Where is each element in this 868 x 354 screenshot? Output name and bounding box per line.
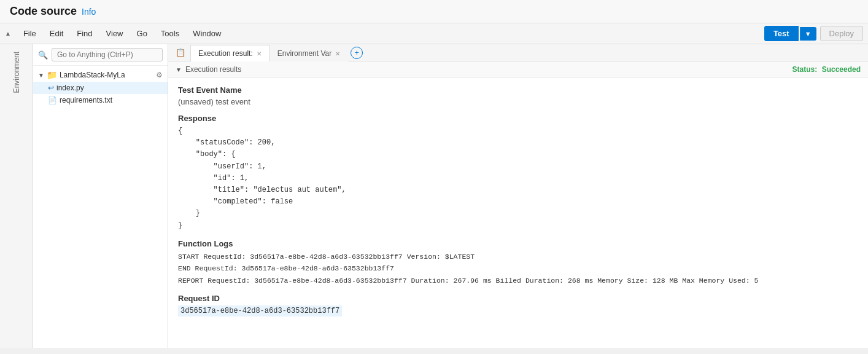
- menubar: ▲ File Edit Find View Go Tools Window Te…: [0, 23, 868, 44]
- exec-header: ▼ Execution results Status: Succeeded: [168, 61, 868, 78]
- file-explorer: 🔍 ▼ 📁 LambdaStack-MyLa ⚙ ↩ index.py 📄 re…: [33, 44, 168, 348]
- tab-env-close[interactable]: ✕: [335, 50, 340, 57]
- test-dropdown-arrow[interactable]: ▼: [800, 27, 816, 41]
- execution-panel: ▼ Execution results Status: Succeeded Te…: [168, 61, 868, 348]
- log-line-2: END RequestId: 3d56517a-e8be-42d8-a6d3-6…: [178, 262, 858, 275]
- search-input[interactable]: [52, 48, 163, 61]
- caret-icon: ▼: [38, 72, 44, 79]
- sidebar: Environment: [0, 44, 33, 348]
- info-link[interactable]: Info: [82, 7, 96, 17]
- menu-window[interactable]: Window: [187, 26, 227, 41]
- tabs-bar: 📋 Execution result: ✕ Environment Var ✕ …: [168, 44, 868, 61]
- exec-status: Status: Succeeded: [792, 65, 861, 74]
- file-item-requirements[interactable]: 📄 requirements.txt: [33, 94, 168, 106]
- menu-tools[interactable]: Tools: [155, 26, 185, 41]
- folder-icon: 📁: [47, 70, 57, 80]
- menu-find[interactable]: Find: [71, 26, 98, 41]
- search-icon: 🔍: [38, 50, 48, 60]
- environment-label[interactable]: Environment: [12, 44, 21, 100]
- tab-env-label: Environment Var: [277, 49, 331, 58]
- txt-file-icon: 📄: [48, 96, 57, 104]
- function-logs-block: START RequestId: 3d56517a-e8be-42d8-a6d3…: [178, 251, 858, 287]
- file-item-index[interactable]: ↩ index.py: [33, 82, 168, 94]
- function-logs-label: Function Logs: [178, 239, 858, 248]
- file-name-requirements: requirements.txt: [60, 96, 112, 104]
- request-id-value: 3d56517a-e8be-42d8-a6d3-63532bb13ff7: [178, 305, 342, 317]
- test-button[interactable]: Test: [764, 26, 799, 41]
- request-id-label: Request ID: [178, 294, 858, 303]
- search-bar: 🔍: [33, 44, 168, 66]
- menu-go[interactable]: Go: [131, 26, 153, 41]
- menu-view[interactable]: View: [100, 26, 130, 41]
- test-event-label: Test Event Name: [178, 85, 858, 95]
- content-area: 📋 Execution result: ✕ Environment Var ✕ …: [168, 44, 868, 348]
- status-value: Succeeded: [822, 65, 861, 74]
- exec-section-title: Execution results: [185, 65, 241, 74]
- test-event-value: (unsaved) test event: [178, 97, 858, 106]
- menu-edit[interactable]: Edit: [44, 26, 69, 41]
- response-code-block: { "statusCode": 200, "body": { "userId":…: [178, 125, 858, 232]
- log-line-1: START RequestId: 3d56517a-e8be-42d8-a6d3…: [178, 251, 858, 263]
- tab-environment-var[interactable]: Environment Var ✕: [269, 45, 348, 61]
- page-header: Code source Info: [0, 0, 868, 23]
- tab-add-button[interactable]: +: [351, 47, 363, 59]
- tab-execution-close[interactable]: ✕: [257, 50, 262, 57]
- response-label: Response: [178, 114, 858, 123]
- tab-execution-label: Execution result:: [198, 49, 253, 58]
- deploy-button[interactable]: Deploy: [820, 26, 863, 41]
- page-title: Code source: [10, 5, 77, 18]
- gear-icon[interactable]: ⚙: [156, 71, 163, 79]
- menu-file[interactable]: File: [17, 26, 42, 41]
- main-layout: Environment 🔍 ▼ 📁 LambdaStack-MyLa ⚙ ↩ i…: [0, 44, 868, 348]
- file-name-index: index.py: [56, 84, 84, 92]
- doc-icon: 📋: [173, 44, 188, 61]
- exec-caret-icon: ▼: [176, 66, 182, 73]
- status-prefix: Status:: [792, 65, 818, 74]
- log-line-3: REPORT RequestId: 3d56517a-e8be-42d8-a6d…: [178, 275, 858, 287]
- collapse-icon[interactable]: ▲: [5, 30, 11, 37]
- tab-execution-result[interactable]: Execution result: ✕: [190, 45, 269, 61]
- exec-content: Test Event Name (unsaved) test event Res…: [168, 78, 868, 323]
- folder-row[interactable]: ▼ 📁 LambdaStack-MyLa ⚙: [33, 68, 168, 82]
- folder-name: LambdaStack-MyLa: [60, 71, 153, 79]
- python-file-icon: ↩: [48, 84, 54, 92]
- file-tree: ▼ 📁 LambdaStack-MyLa ⚙ ↩ index.py 📄 requ…: [33, 66, 168, 109]
